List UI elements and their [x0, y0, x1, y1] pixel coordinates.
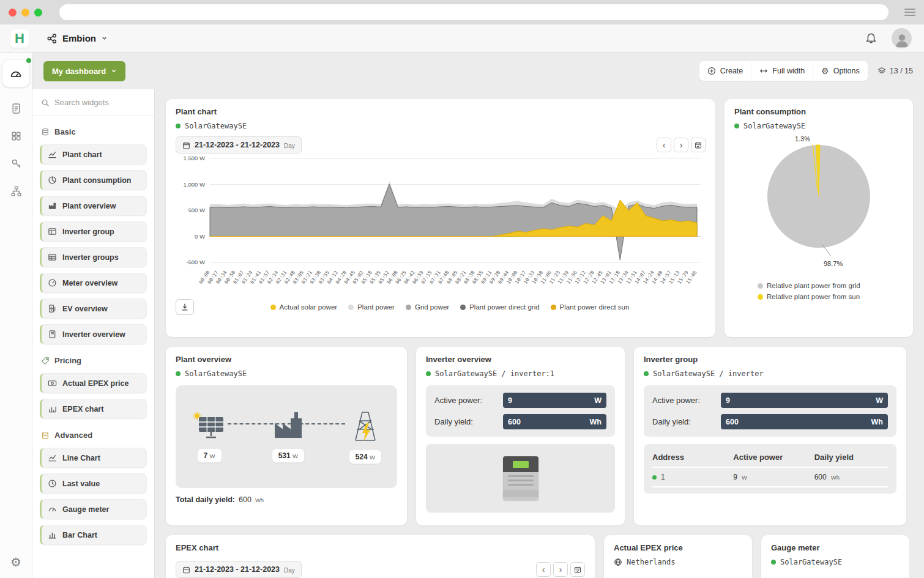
- table-row[interactable]: 1 9W 600Wh: [652, 468, 888, 487]
- download-button[interactable]: [176, 299, 194, 315]
- molecule-icon: [47, 33, 58, 44]
- date-range-picker[interactable]: 21-12-2023 - 21-12-2023 Day: [176, 136, 302, 154]
- device-source: SolarGatewaySE: [780, 558, 842, 566]
- settings-gear-icon[interactable]: ⚙: [10, 555, 21, 569]
- window-zoom-button[interactable]: [34, 9, 42, 17]
- svg-text:1.3%: 1.3%: [795, 135, 810, 143]
- consumption-pie-chart[interactable]: 1.3%98.7%: [734, 132, 903, 278]
- chart-legend: Actual solar power Plant power Grid powe…: [194, 303, 706, 311]
- sidebar-item-inverter-group[interactable]: Inverter group: [40, 221, 147, 242]
- app-logo[interactable]: H: [10, 29, 29, 48]
- app-topbar: H Embion: [0, 24, 924, 53]
- calendar-button[interactable]: [691, 138, 706, 152]
- sidebar-item-epex-chart[interactable]: EPEX chart: [40, 399, 147, 419]
- user-avatar[interactable]: [892, 28, 912, 48]
- search-icon: [41, 98, 50, 107]
- pie-legend: Relative plant power from grid Relative …: [758, 282, 880, 300]
- sidebar-item-inverter-overview[interactable]: Inverter overview: [40, 324, 147, 344]
- sidebar-item-meter-overview[interactable]: Meter overview: [40, 273, 147, 293]
- create-button[interactable]: Create: [699, 61, 752, 81]
- window-close-button[interactable]: [9, 9, 17, 17]
- sidebar-item-bar-chart[interactable]: Bar Chart: [40, 525, 147, 545]
- status-dot: [734, 124, 739, 128]
- widget-actual-epex-price: Actual EPEX price Netherlands: [604, 535, 752, 578]
- region-label: Netherlands: [627, 558, 675, 566]
- prev-period-button[interactable]: ‹: [536, 562, 551, 577]
- prev-period-button[interactable]: ‹: [657, 138, 671, 152]
- bar-chart-icon: [48, 530, 57, 539]
- full-width-button[interactable]: Full width: [751, 61, 813, 81]
- device-source: SolarGatewaySE / inverter:1: [435, 369, 554, 378]
- device-source: SolarGatewaySE: [185, 369, 247, 378]
- sidebar-item-actual-epex-price[interactable]: Actual EPEX price: [40, 373, 147, 393]
- pie-chart-icon: [48, 176, 57, 185]
- widget-gauge-meter: Gauge meter SolarGatewaySE: [761, 535, 909, 578]
- window-minimize-button[interactable]: [21, 9, 29, 17]
- section-header-pricing: Pricing: [40, 350, 147, 368]
- next-period-button[interactable]: ›: [553, 562, 568, 577]
- content-header: My dashboard Create Full width ⚙ Option: [32, 53, 924, 89]
- device-source: SolarGatewaySE: [185, 122, 247, 130]
- plant-chart-plot[interactable]: 1.500 W1.000 W500 W0 W-500 W00:0000:1700…: [176, 154, 706, 298]
- svg-text:98.7%: 98.7%: [824, 260, 843, 267]
- svg-text:-500 W: -500 W: [186, 259, 205, 265]
- globe-icon: [614, 558, 622, 566]
- grid-tower-icon: [350, 410, 381, 442]
- svg-text:0 W: 0 W: [195, 233, 205, 240]
- stack-icon: [41, 128, 50, 136]
- sidebar-item-ev-overview[interactable]: EV overview: [40, 298, 147, 319]
- rail-item-hierarchy[interactable]: [10, 185, 22, 197]
- widget-title: Inverter overview: [426, 355, 615, 364]
- status-dot: [652, 475, 657, 480]
- sidebar-item-plant-consumption[interactable]: Plant consumption: [40, 170, 147, 190]
- device-source: SolarGatewaySE: [743, 122, 805, 130]
- sidebar-item-plant-overview[interactable]: Plant overview: [40, 196, 147, 216]
- calendar-button[interactable]: [570, 562, 585, 577]
- org-switcher[interactable]: Embion: [47, 33, 108, 44]
- sidebar-item-inverter-groups[interactable]: Inverter groups: [40, 247, 147, 267]
- next-period-button[interactable]: ›: [674, 138, 688, 152]
- browser-menu-icon[interactable]: [904, 9, 915, 16]
- gauge-icon: [48, 505, 57, 514]
- legend-dot: [758, 283, 763, 289]
- legend-dot: [406, 305, 411, 310]
- active-power-value: 9W: [503, 393, 606, 408]
- energy-flow-panel: 7 W 531 W: [176, 385, 397, 488]
- daily-yield-value: 600Wh: [721, 414, 888, 429]
- dashboard-selector-button[interactable]: My dashboard: [43, 61, 125, 81]
- widget-plant-chart: Plant chart SolarGatewaySE 21-12-2023 - …: [166, 99, 715, 337]
- rail-item-dashboard[interactable]: [2, 60, 29, 87]
- chevron-down-icon: [101, 35, 108, 42]
- rail-item-apps[interactable]: [10, 130, 22, 142]
- grid-power-value: 524 W: [349, 450, 381, 464]
- calendar-icon: [574, 566, 581, 573]
- notifications-bell-icon[interactable]: [865, 32, 877, 44]
- options-button[interactable]: ⚙ Options: [813, 61, 868, 81]
- widget-title: Gauge meter: [771, 543, 900, 552]
- legend-dot: [348, 305, 354, 310]
- device-source: SolarGatewaySE / inverter: [653, 369, 764, 378]
- solar-panel-icon: [192, 411, 227, 440]
- sidebar-item-last-value[interactable]: Last value: [40, 473, 147, 494]
- sidebar-item-line-chart[interactable]: Line Chart: [40, 448, 147, 468]
- svg-text:500 W: 500 W: [188, 207, 205, 213]
- search-input[interactable]: [54, 98, 134, 107]
- line-chart-icon: [48, 453, 57, 462]
- rail-item-access-keys[interactable]: [10, 158, 22, 169]
- url-bar[interactable]: [59, 4, 889, 20]
- date-range-picker[interactable]: 21-12-2023 - 21-12-2023 Day: [176, 561, 302, 578]
- inverter-screen: [513, 461, 529, 468]
- calendar-icon: [182, 566, 190, 574]
- layers-icon: [877, 67, 886, 75]
- meter-icon: [48, 278, 57, 287]
- status-dot: [426, 371, 431, 376]
- inverter-table: Address Active power Daily yield 1 9W 60…: [644, 444, 896, 494]
- sidebar-item-gauge-meter[interactable]: Gauge meter: [40, 499, 147, 519]
- inverter-device-image: [503, 456, 538, 500]
- status-dot: [176, 371, 181, 376]
- grid-node: 524 W: [349, 410, 381, 464]
- ev-charger-icon: [48, 304, 57, 313]
- daily-yield-value: 600Wh: [503, 414, 606, 429]
- rail-item-reports[interactable]: [10, 103, 22, 114]
- sidebar-item-plant-chart[interactable]: Plant chart: [40, 144, 147, 165]
